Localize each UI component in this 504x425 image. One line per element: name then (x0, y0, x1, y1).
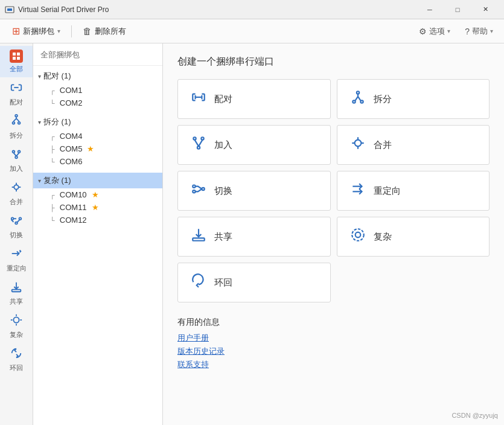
maximize-button[interactable]: □ (444, 0, 471, 19)
options-button[interactable]: ⚙ 选项 ▾ (414, 24, 455, 39)
port-card-switch[interactable]: 切换 (177, 171, 331, 211)
port-card-redirect-label: 重定向 (374, 185, 401, 197)
port-card-split-label: 拆分 (374, 94, 392, 105)
svg-point-12 (15, 156, 18, 159)
help-button[interactable]: ? 帮助 ▾ (460, 24, 498, 39)
port-card-redirect[interactable]: 重定向 (337, 171, 490, 211)
join-icon (10, 147, 23, 162)
sidebar-item-merge[interactable]: 合并 (0, 177, 33, 210)
tree-item-com2[interactable]: └ COM2 (33, 97, 162, 109)
port-card-join[interactable]: 加入 (177, 125, 331, 165)
port-type-grid: 配对 拆分 (177, 79, 490, 302)
connector-com11: ├ (50, 204, 55, 211)
port-card-merge[interactable]: 合并 (337, 125, 490, 165)
port-complex-icon (349, 227, 366, 246)
svg-point-7 (13, 122, 15, 124)
svg-rect-4 (13, 57, 16, 60)
port-switch-icon (190, 181, 207, 200)
loopback-icon (10, 347, 23, 362)
toolbar-separator (71, 25, 72, 37)
sidebar-item-redirect[interactable]: 重定向 (0, 243, 33, 276)
new-bundle-button[interactable]: ⊞ 新捆绑包 ▾ (6, 22, 66, 40)
sidebar-label-redirect: 重定向 (7, 264, 27, 273)
chevron-split: ▾ (38, 119, 41, 126)
port-merge-icon (349, 135, 366, 155)
delete-icon: 🗑 (83, 26, 92, 36)
sidebar-item-pair[interactable]: 配对 (0, 77, 33, 110)
user-manual-link[interactable]: 用户手册 (177, 333, 490, 344)
sidebar-item-all[interactable]: 全部 (0, 46, 33, 77)
sidebar-item-switch[interactable]: 切换 (0, 210, 33, 243)
delete-all-button[interactable]: 🗑 删除所有 (77, 23, 132, 40)
svg-rect-2 (13, 53, 16, 56)
svg-point-15 (19, 217, 22, 220)
svg-point-28 (354, 140, 361, 147)
svg-point-25 (193, 137, 196, 139)
split-icon (10, 114, 23, 129)
tree-item-com4[interactable]: ┌ COM4 (33, 130, 162, 142)
complex-icon (10, 313, 23, 328)
window-controls: ─ □ ✕ (416, 0, 499, 19)
sidebar-label-share: 共享 (10, 297, 23, 306)
tree-item-com5[interactable]: ├ COM5 ★ (33, 142, 162, 155)
port-card-share[interactable]: 共享 (177, 217, 331, 257)
sidebar-item-split[interactable]: 拆分 (0, 110, 33, 144)
contact-support-link[interactable]: 联系支持 (177, 359, 490, 370)
tree-item-com4-label: COM4 (60, 132, 83, 141)
tree-group-pair: ▾ 配对 (1) ┌ COM1 └ COM2 (33, 66, 162, 112)
tree-item-com10-label: COM10 (60, 190, 87, 199)
tree-group-split-label: 拆分 (1) (43, 117, 71, 127)
connector-com1: ┌ (50, 87, 55, 94)
tree-group-split-header[interactable]: ▾ 拆分 (1) (33, 114, 162, 130)
svg-rect-1 (7, 8, 12, 11)
port-card-complex[interactable]: 复杂 (337, 217, 490, 257)
tree-item-com6-label: COM6 (60, 157, 83, 166)
app-icon (5, 5, 14, 14)
port-card-share-label: 共享 (214, 231, 232, 243)
sidebar-item-join[interactable]: 加入 (0, 144, 33, 177)
port-join-icon (190, 135, 207, 155)
port-card-complex-label: 复杂 (374, 231, 392, 243)
sidebar-label-complex: 复杂 (10, 330, 23, 339)
tree-item-com11[interactable]: ├ COM11 ★ (33, 201, 162, 214)
all-icon (10, 50, 23, 63)
share-icon (10, 280, 23, 295)
close-button[interactable]: ✕ (471, 0, 499, 19)
new-bundle-icon: ⊞ (12, 25, 20, 37)
svg-point-26 (201, 137, 203, 139)
tree-item-com6[interactable]: └ COM6 (33, 155, 162, 168)
tree-group-complex-header[interactable]: ▾ 复杂 (1) (33, 173, 162, 188)
port-split-icon (349, 89, 366, 109)
version-history-link[interactable]: 版本历史记录 (177, 346, 490, 357)
tree-item-com12-label: COM12 (60, 216, 87, 225)
sidebar-item-loopback[interactable]: 环回 (0, 343, 33, 376)
svg-point-23 (352, 100, 355, 103)
chevron-complex: ▾ (38, 177, 41, 184)
connector-com5: ├ (50, 145, 55, 153)
sidebar-label-all: 全部 (10, 65, 23, 74)
connector-com4: ┌ (50, 133, 55, 140)
port-card-switch-label: 切换 (214, 185, 232, 197)
svg-point-8 (18, 122, 21, 124)
port-loopback-icon (190, 273, 207, 292)
toolbar-right: ⚙ 选项 ▾ ? 帮助 ▾ (414, 24, 498, 39)
port-redirect-icon (349, 181, 366, 200)
tree-item-com1[interactable]: ┌ COM1 (33, 84, 162, 97)
tree-item-com10[interactable]: ┌ COM10 ★ (33, 188, 162, 201)
main-content: 全部 配对 (0, 43, 504, 425)
sidebar-item-complex[interactable]: 复杂 (0, 310, 33, 343)
sidebar-label-join: 加入 (10, 164, 23, 173)
port-card-loopback[interactable]: 环回 (177, 263, 331, 302)
connector-com2: └ (50, 100, 55, 107)
gear-icon: ⚙ (419, 27, 427, 36)
tree-group-split: ▾ 拆分 (1) ┌ COM4 ├ COM5 ★ └ COM6 (33, 112, 162, 170)
tree-item-com12[interactable]: └ COM12 (33, 214, 162, 226)
info-title: 有用的信息 (177, 317, 490, 328)
tree-group-pair-header[interactable]: ▾ 配对 (1) (33, 68, 162, 84)
merge-icon (10, 181, 23, 196)
sidebar-item-share[interactable]: 共享 (0, 276, 33, 310)
tree-group-complex: ▾ 复杂 (1) ┌ COM10 ★ ├ COM11 ★ └ COM12 (33, 170, 162, 229)
port-card-pair[interactable]: 配对 (177, 79, 331, 119)
minimize-button[interactable]: ─ (416, 0, 444, 19)
port-card-split[interactable]: 拆分 (337, 79, 490, 119)
